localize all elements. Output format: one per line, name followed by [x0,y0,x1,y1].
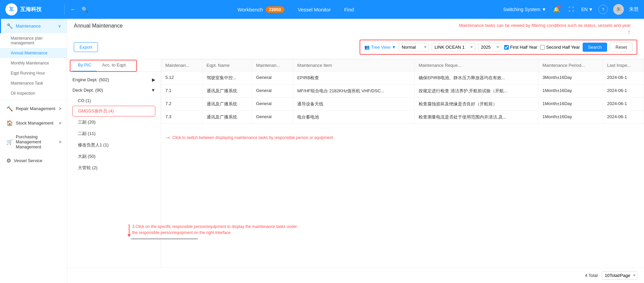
first-half-checkbox-label[interactable]: First Half Year [504,45,538,50]
tree-second-officer[interactable]: 二副 (11) [67,128,161,139]
cell-period: 1Month±16Day [538,85,603,98]
cell-eqpt-name: 通讯及广播系统 [202,98,252,111]
sidebar-item-eqpt-running[interactable]: Eqpt Running Hour [0,68,67,78]
tree-deck-dept[interactable]: Deck Dept. (90) ▼ [67,85,161,95]
top-navigation: 互 互海科技 ← 🔍 Workbench 23950 Vessel Monito… [0,0,644,19]
tree-gmdss[interactable]: GMDSS操作员 (4) [72,106,155,116]
vessel-service-label: Vessel Service [14,158,42,163]
cell-req: 检查测量电流是否处于使用范围内并清洁,及... [415,111,538,124]
table-row: 7.1 通讯及广播系统 General MF/HF组合电台 2182KHz值班机… [161,85,644,98]
cell-code: 5.12 [161,72,203,85]
vessel-filter[interactable]: LINK OCEAN 1 [432,43,475,51]
right-table: Maintenan... Eqpt. Name Maintenan... Mai… [161,59,644,268]
cell-last-insp: 2024-06-1 [603,98,644,111]
vessel-service-icon: ⚙ [6,157,11,164]
sidebar-item-vessel-service[interactable]: ⚙ Vessel Service [0,153,67,168]
cell-req: 按规定进行检查 清洁养护,开航前试验（开航... [415,85,538,98]
sidebar-item-annual-maintenance[interactable]: Annual Maintenance [0,48,67,58]
sidebar-item-purchasing[interactable]: 🛒 Purchasing Management Management > [0,130,67,153]
deck-dept-label: Deck Dept. (90) [72,88,103,93]
reset-button[interactable]: Reset [610,42,633,52]
cell-code: 7.2 [161,98,203,111]
nav-search-icon[interactable]: 🔍 [82,6,88,13]
nav-right: Switching System ▼ 🔔 ⛶ EN ▼ ? 朱 朱慧 [503,4,639,15]
notification-btn[interactable]: 🔔 [552,5,561,14]
sidebar: 🔧 Maintenance ∨ Maintenance plan managem… [0,19,67,283]
tree-list: Engine Dept. (502) ▶ Deck Dept. (90) ▼ C… [67,72,161,268]
table-row: 7.3 通讯及广播系统 General 电台蓄电池 检查测量电流是否处于使用范围… [161,111,644,124]
sidebar-item-maintenance[interactable]: 🔧 Maintenance ∨ [0,19,67,33]
oil-inspection-label: Oil Inspection [11,91,35,96]
cell-code: 7.1 [161,85,203,98]
cell-item: MF/HF组合电台 2182KHz值班机 VHF/DSC... [293,85,415,98]
filter-group: 👥 Tree View ▼ Normal Overdue All LINK OC… [360,40,637,55]
notification-dot [558,5,560,8]
tree-view-btn[interactable]: 👥 Tree View ▼ [364,45,396,50]
repair-label: Repair Management [16,106,55,111]
cell-req: 确保EPIRB电池、静水压力释放器均在有效... [415,72,538,85]
cell-eqpt-name: 通讯及广播系统 [202,111,252,124]
status-filter[interactable]: Normal Overdue All [399,43,429,51]
cell-last-insp: 2024-06-1 [603,85,644,98]
second-half-checkbox-label[interactable]: Second Half Year [540,45,580,50]
purchasing-icon: 🛒 [6,139,13,145]
tree-icon: 👥 [364,45,370,50]
engine-dept-chevron-icon: ▶ [152,77,155,82]
tree-third-officer[interactable]: 三副 (20) [67,116,161,128]
annual-maintenance-label: Annual Maintenance [11,51,47,55]
col-eqpt-name: Eqpt. Name [202,59,252,72]
cell-eqpt-name: 通讯及广播系统 [202,85,252,98]
avatar: 朱 [613,4,624,15]
col-maintenance-code: Maintenan... [161,59,203,72]
help-btn[interactable]: ? [598,5,608,14]
page-size-select[interactable]: 10Total/Page 20Total/Page 50Total/Page [602,271,637,280]
cell-period: 1Month±16Day [538,98,603,111]
col-last-inspection: Last Inspe... [603,59,644,72]
tree-modifier[interactable]: 修改负责人1 (1) [67,139,161,151]
tree-bosun[interactable]: 大管轮 (2) [67,162,161,174]
tree-chief-officer[interactable]: 大副 (50) [67,151,161,162]
col-maintenance-period: Maintenance Period... [538,59,603,72]
vessel-monitor-nav[interactable]: Vessel Monitor [298,7,331,12]
eqpt-running-label: Eqpt Running Hour [11,71,45,76]
nav-back-btn[interactable]: ← [70,6,76,13]
table-row: 5.12 驾驶室集中控... General EPIRB检查 确保EPIRB电池… [161,72,644,85]
sidebar-item-repair[interactable]: 🔨 Repair Management > [0,101,67,116]
page-header: Annual Maintenance Maintenance tasks can… [67,19,644,36]
sidebar-item-maintenance-plan[interactable]: Maintenance plan management [0,33,67,48]
first-half-checkbox[interactable] [504,45,509,50]
sidebar-item-stock[interactable]: 🏠 Stock Management > [0,116,67,130]
cell-last-insp: 2024-06-1 [603,72,644,85]
year-filter[interactable]: 2025 2024 2023 [478,43,501,51]
maintenance-chevron-icon: ∨ [58,23,61,29]
sidebar-item-maintenance-task[interactable]: Maintenance Task [0,78,67,88]
sidebar-item-oil-inspection[interactable]: Oil Inspection [0,88,67,98]
find-nav[interactable]: Find [344,7,354,12]
lang-label: EN [581,7,588,12]
cell-maint-type: General [252,98,293,111]
table-footer: 4 Total 10Total/Page 20Total/Page 50Tota… [67,268,644,283]
tab-acc-eqpt[interactable]: Acc. to Eqpt. [97,59,132,72]
maintenance-table: Maintenan... Eqpt. Name Maintenan... Mai… [161,59,644,124]
stock-icon: 🏠 [6,120,13,126]
language-btn[interactable]: EN ▼ [581,7,593,12]
purchasing-chevron-icon: > [59,139,61,144]
nav-workbench[interactable]: Workbench 23950 [237,6,284,13]
page-title: Annual Maintenance [74,23,123,29]
main-layout: 🔧 Maintenance ∨ Maintenance plan managem… [0,19,644,283]
search-button[interactable]: Search [583,43,607,52]
sidebar-item-monthly-maintenance[interactable]: Monthly Maintenance [0,58,67,68]
cell-item: EPIRB检查 [293,72,415,85]
cell-eqpt-name: 驾驶室集中控... [202,72,252,85]
tab-by-pic[interactable]: By PIC [72,59,97,72]
fullscreen-btn[interactable]: ⛶ [567,5,576,14]
nav-center: Workbench 23950 Vessel Monitor Find [94,6,498,13]
tree-co[interactable]: CO (1) [67,95,161,106]
second-half-checkbox[interactable] [540,45,545,50]
sidebar-maintenance-label: Maintenance [16,23,41,29]
switching-system-btn[interactable]: Switching System ▼ [503,7,546,12]
tree-view-label: Tree View [371,45,390,50]
export-button[interactable]: Export [74,42,98,52]
logo-icon: 互 [5,3,17,15]
tree-engine-dept[interactable]: Engine Dept. (502) ▶ [67,75,161,85]
